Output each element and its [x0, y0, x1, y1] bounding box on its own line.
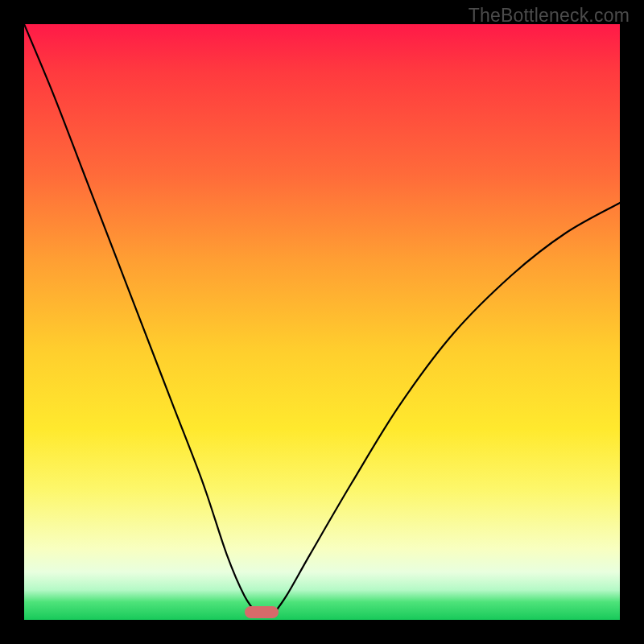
- outer-frame: TheBottleneck.com: [0, 0, 644, 644]
- bottleneck-curve: [24, 24, 620, 620]
- plot-area: [24, 24, 620, 620]
- watermark-text: TheBottleneck.com: [469, 5, 630, 27]
- minimum-marker: [245, 606, 279, 618]
